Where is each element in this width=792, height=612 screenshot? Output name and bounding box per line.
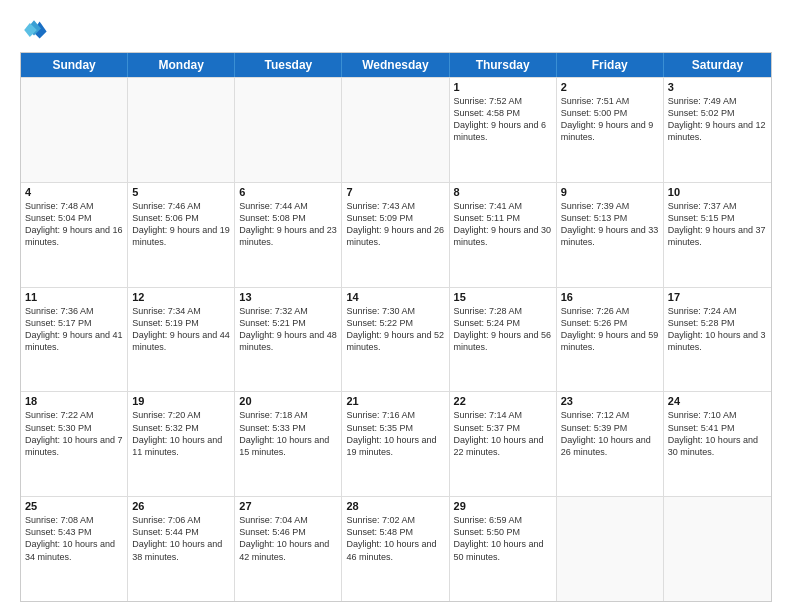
day-number: 14 xyxy=(346,291,444,303)
cal-row-1: 4Sunrise: 7:48 AM Sunset: 5:04 PM Daylig… xyxy=(21,182,771,287)
cal-cell-r3-c3: 21Sunrise: 7:16 AM Sunset: 5:35 PM Dayli… xyxy=(342,392,449,496)
cal-header-sunday: Sunday xyxy=(21,53,128,77)
cal-cell-r3-c2: 20Sunrise: 7:18 AM Sunset: 5:33 PM Dayli… xyxy=(235,392,342,496)
day-number: 18 xyxy=(25,395,123,407)
day-number: 3 xyxy=(668,81,767,93)
cal-cell-r1-c0: 4Sunrise: 7:48 AM Sunset: 5:04 PM Daylig… xyxy=(21,183,128,287)
cal-row-4: 25Sunrise: 7:08 AM Sunset: 5:43 PM Dayli… xyxy=(21,496,771,601)
cal-cell-r2-c1: 12Sunrise: 7:34 AM Sunset: 5:19 PM Dayli… xyxy=(128,288,235,392)
day-info: Sunrise: 7:28 AM Sunset: 5:24 PM Dayligh… xyxy=(454,305,552,354)
cal-cell-r2-c3: 14Sunrise: 7:30 AM Sunset: 5:22 PM Dayli… xyxy=(342,288,449,392)
day-number: 26 xyxy=(132,500,230,512)
day-info: Sunrise: 7:26 AM Sunset: 5:26 PM Dayligh… xyxy=(561,305,659,354)
cal-row-0: 1Sunrise: 7:52 AM Sunset: 4:58 PM Daylig… xyxy=(21,77,771,182)
day-info: Sunrise: 7:48 AM Sunset: 5:04 PM Dayligh… xyxy=(25,200,123,249)
day-info: Sunrise: 7:39 AM Sunset: 5:13 PM Dayligh… xyxy=(561,200,659,249)
cal-cell-r4-c1: 26Sunrise: 7:06 AM Sunset: 5:44 PM Dayli… xyxy=(128,497,235,601)
day-number: 20 xyxy=(239,395,337,407)
cal-cell-r0-c6: 3Sunrise: 7:49 AM Sunset: 5:02 PM Daylig… xyxy=(664,78,771,182)
day-info: Sunrise: 7:37 AM Sunset: 5:15 PM Dayligh… xyxy=(668,200,767,249)
day-info: Sunrise: 7:52 AM Sunset: 4:58 PM Dayligh… xyxy=(454,95,552,144)
cal-header-monday: Monday xyxy=(128,53,235,77)
cal-cell-r0-c3 xyxy=(342,78,449,182)
day-number: 4 xyxy=(25,186,123,198)
day-info: Sunrise: 7:43 AM Sunset: 5:09 PM Dayligh… xyxy=(346,200,444,249)
cal-cell-r4-c2: 27Sunrise: 7:04 AM Sunset: 5:46 PM Dayli… xyxy=(235,497,342,601)
day-number: 13 xyxy=(239,291,337,303)
day-info: Sunrise: 7:12 AM Sunset: 5:39 PM Dayligh… xyxy=(561,409,659,458)
cal-cell-r4-c6 xyxy=(664,497,771,601)
day-number: 25 xyxy=(25,500,123,512)
cal-cell-r2-c0: 11Sunrise: 7:36 AM Sunset: 5:17 PM Dayli… xyxy=(21,288,128,392)
cal-cell-r2-c5: 16Sunrise: 7:26 AM Sunset: 5:26 PM Dayli… xyxy=(557,288,664,392)
cal-cell-r4-c3: 28Sunrise: 7:02 AM Sunset: 5:48 PM Dayli… xyxy=(342,497,449,601)
day-number: 21 xyxy=(346,395,444,407)
cal-cell-r4-c5 xyxy=(557,497,664,601)
day-number: 29 xyxy=(454,500,552,512)
cal-cell-r2-c2: 13Sunrise: 7:32 AM Sunset: 5:21 PM Dayli… xyxy=(235,288,342,392)
cal-header-friday: Friday xyxy=(557,53,664,77)
header xyxy=(20,16,772,44)
cal-header-tuesday: Tuesday xyxy=(235,53,342,77)
day-number: 19 xyxy=(132,395,230,407)
day-info: Sunrise: 7:49 AM Sunset: 5:02 PM Dayligh… xyxy=(668,95,767,144)
cal-header-wednesday: Wednesday xyxy=(342,53,449,77)
day-number: 10 xyxy=(668,186,767,198)
cal-header-thursday: Thursday xyxy=(450,53,557,77)
cal-cell-r1-c6: 10Sunrise: 7:37 AM Sunset: 5:15 PM Dayli… xyxy=(664,183,771,287)
day-number: 8 xyxy=(454,186,552,198)
day-info: Sunrise: 7:36 AM Sunset: 5:17 PM Dayligh… xyxy=(25,305,123,354)
day-number: 1 xyxy=(454,81,552,93)
cal-cell-r1-c2: 6Sunrise: 7:44 AM Sunset: 5:08 PM Daylig… xyxy=(235,183,342,287)
cal-cell-r0-c4: 1Sunrise: 7:52 AM Sunset: 4:58 PM Daylig… xyxy=(450,78,557,182)
cal-cell-r3-c6: 24Sunrise: 7:10 AM Sunset: 5:41 PM Dayli… xyxy=(664,392,771,496)
calendar-header-row: SundayMondayTuesdayWednesdayThursdayFrid… xyxy=(21,53,771,77)
day-number: 24 xyxy=(668,395,767,407)
day-info: Sunrise: 7:16 AM Sunset: 5:35 PM Dayligh… xyxy=(346,409,444,458)
cal-cell-r0-c5: 2Sunrise: 7:51 AM Sunset: 5:00 PM Daylig… xyxy=(557,78,664,182)
cal-cell-r4-c0: 25Sunrise: 7:08 AM Sunset: 5:43 PM Dayli… xyxy=(21,497,128,601)
logo-icon xyxy=(20,16,48,44)
day-number: 27 xyxy=(239,500,337,512)
cal-cell-r4-c4: 29Sunrise: 6:59 AM Sunset: 5:50 PM Dayli… xyxy=(450,497,557,601)
cal-cell-r3-c5: 23Sunrise: 7:12 AM Sunset: 5:39 PM Dayli… xyxy=(557,392,664,496)
day-info: Sunrise: 7:04 AM Sunset: 5:46 PM Dayligh… xyxy=(239,514,337,563)
day-number: 5 xyxy=(132,186,230,198)
cal-cell-r2-c4: 15Sunrise: 7:28 AM Sunset: 5:24 PM Dayli… xyxy=(450,288,557,392)
cal-cell-r3-c4: 22Sunrise: 7:14 AM Sunset: 5:37 PM Dayli… xyxy=(450,392,557,496)
day-number: 12 xyxy=(132,291,230,303)
day-info: Sunrise: 7:30 AM Sunset: 5:22 PM Dayligh… xyxy=(346,305,444,354)
cal-cell-r1-c4: 8Sunrise: 7:41 AM Sunset: 5:11 PM Daylig… xyxy=(450,183,557,287)
day-number: 7 xyxy=(346,186,444,198)
cal-cell-r2-c6: 17Sunrise: 7:24 AM Sunset: 5:28 PM Dayli… xyxy=(664,288,771,392)
day-number: 6 xyxy=(239,186,337,198)
cal-cell-r1-c1: 5Sunrise: 7:46 AM Sunset: 5:06 PM Daylig… xyxy=(128,183,235,287)
day-info: Sunrise: 7:06 AM Sunset: 5:44 PM Dayligh… xyxy=(132,514,230,563)
day-info: Sunrise: 7:20 AM Sunset: 5:32 PM Dayligh… xyxy=(132,409,230,458)
cal-header-saturday: Saturday xyxy=(664,53,771,77)
cal-row-3: 18Sunrise: 7:22 AM Sunset: 5:30 PM Dayli… xyxy=(21,391,771,496)
day-number: 2 xyxy=(561,81,659,93)
day-info: Sunrise: 6:59 AM Sunset: 5:50 PM Dayligh… xyxy=(454,514,552,563)
day-number: 16 xyxy=(561,291,659,303)
calendar-body: 1Sunrise: 7:52 AM Sunset: 4:58 PM Daylig… xyxy=(21,77,771,601)
cal-row-2: 11Sunrise: 7:36 AM Sunset: 5:17 PM Dayli… xyxy=(21,287,771,392)
day-number: 22 xyxy=(454,395,552,407)
cal-cell-r1-c5: 9Sunrise: 7:39 AM Sunset: 5:13 PM Daylig… xyxy=(557,183,664,287)
day-info: Sunrise: 7:02 AM Sunset: 5:48 PM Dayligh… xyxy=(346,514,444,563)
logo xyxy=(20,16,52,44)
cal-cell-r0-c0 xyxy=(21,78,128,182)
cal-cell-r0-c1 xyxy=(128,78,235,182)
day-info: Sunrise: 7:08 AM Sunset: 5:43 PM Dayligh… xyxy=(25,514,123,563)
page: SundayMondayTuesdayWednesdayThursdayFrid… xyxy=(0,0,792,612)
day-info: Sunrise: 7:51 AM Sunset: 5:00 PM Dayligh… xyxy=(561,95,659,144)
day-info: Sunrise: 7:32 AM Sunset: 5:21 PM Dayligh… xyxy=(239,305,337,354)
cal-cell-r3-c0: 18Sunrise: 7:22 AM Sunset: 5:30 PM Dayli… xyxy=(21,392,128,496)
cal-cell-r3-c1: 19Sunrise: 7:20 AM Sunset: 5:32 PM Dayli… xyxy=(128,392,235,496)
day-info: Sunrise: 7:24 AM Sunset: 5:28 PM Dayligh… xyxy=(668,305,767,354)
day-number: 11 xyxy=(25,291,123,303)
day-number: 15 xyxy=(454,291,552,303)
day-number: 17 xyxy=(668,291,767,303)
day-number: 9 xyxy=(561,186,659,198)
day-info: Sunrise: 7:46 AM Sunset: 5:06 PM Dayligh… xyxy=(132,200,230,249)
